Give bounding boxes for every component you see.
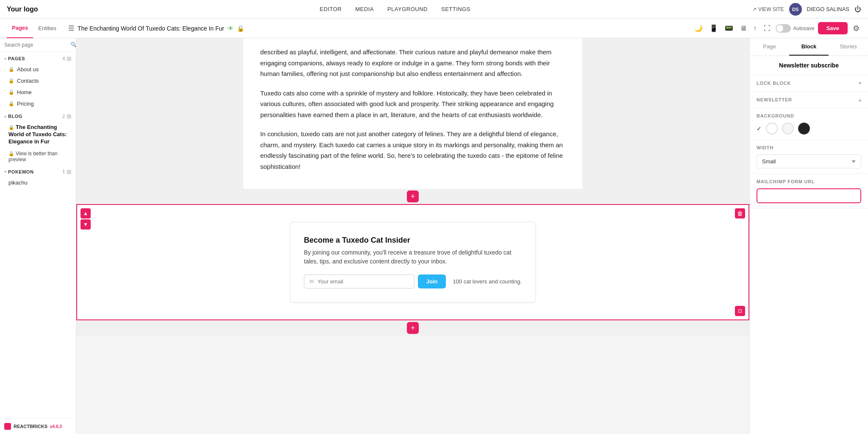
mailchimp-label: MAILCHIMP FORM URL (757, 179, 861, 184)
page-canvas: described as playful, intelligent, and a… (76, 38, 749, 336)
content-scroll-area: described as playful, intelligent, and a… (76, 38, 749, 434)
lock-icon[interactable]: 🔒 (237, 25, 244, 32)
brand-footer: REACTBRICKS v4.0.3 (0, 418, 76, 434)
bg-check-icon: ✓ (757, 125, 762, 132)
nav-editor[interactable]: EDITOR (320, 6, 342, 12)
lock-block-label: LOCK BLOCK (757, 81, 791, 86)
tab-page[interactable]: Page (750, 38, 789, 56)
toolbar-right: 🌙 📱 📟 🖥 ↑ ⛶ Autosave Save ⚙ (693, 22, 861, 35)
mailchimp-section: MAILCHIMP FORM URL (750, 174, 868, 209)
sidebar-item-tuxedo-blog[interactable]: 🔒 The Enchanting World of Tuxedo Cats: E… (0, 121, 76, 148)
bg-swatch-white[interactable] (766, 123, 778, 134)
sidebar-item-contacts[interactable]: 🔒 Contacts (0, 75, 76, 87)
sidebar-item-pricing[interactable]: 🔒 Pricing (0, 98, 76, 109)
external-link-icon: ↗ (752, 6, 757, 12)
block-options-button[interactable]: ⊡ (735, 306, 745, 316)
second-row: Pages Entities ☰ The Enchanting World Of… (0, 19, 868, 38)
desktop-icon[interactable]: 🖥 (738, 23, 748, 34)
brand-name: REACTBRICKS (14, 424, 47, 429)
newsletter-chevron: ▴ (859, 97, 861, 103)
move-up-button[interactable]: ▲ (81, 208, 91, 218)
add-block-above: + (76, 189, 749, 204)
eye-icon[interactable]: 👁 (228, 25, 234, 32)
width-select[interactable]: Small Medium Large Full (757, 154, 861, 168)
page-title-area: ☰ The Enchanting World Of Tuxedo Cats: E… (68, 24, 693, 32)
tab-stories[interactable]: Stories (829, 38, 868, 56)
sidebar-item-label: Contacts (17, 78, 39, 84)
newsletter-block[interactable]: ▲ ▼ 🗑 Become a Tuxedo Cat Insider By joi… (76, 204, 749, 320)
background-options: ✓ (757, 123, 861, 134)
search-input[interactable] (4, 42, 68, 48)
hamburger-icon[interactable]: ☰ (68, 24, 74, 32)
newsletter-title: Become a Tuxedo Cat Insider (304, 236, 522, 245)
page-title: The Enchanting World Of Tuxedo Cats: Ele… (78, 25, 224, 32)
move-down-button[interactable]: ▼ (81, 219, 91, 230)
pokemon-section-header[interactable]: ▾ POKEMON 1 ⊞ (0, 165, 76, 177)
add-blog-icon[interactable]: ⊞ (67, 113, 72, 120)
settings-gear-icon[interactable]: ⚙ (851, 22, 861, 35)
email-input[interactable] (317, 278, 409, 285)
pages-section-header[interactable]: ▾ PAGES 4 ⊞ (0, 52, 76, 64)
lock-block-section[interactable]: LOCK BLOCK ▾ (750, 75, 868, 92)
join-button[interactable]: Join (418, 274, 446, 288)
bg-swatch-light[interactable] (782, 123, 794, 134)
left-sidebar: 🔍 ▾ PAGES 4 ⊞ 🔒 About us 🔒 Contacts 🔒 Ho… (0, 38, 76, 434)
page-text-content: described as playful, intelligent, and a… (243, 38, 582, 189)
sidebar-item-label: Home (17, 89, 32, 95)
top-nav: Your logo EDITOR MEDIA PLAYGROUND SETTIN… (0, 0, 868, 19)
add-pokemon-icon[interactable]: ⊞ (67, 168, 72, 175)
subscriber-count: 100 cat lovers and counting. (453, 278, 522, 285)
dark-mode-icon[interactable]: 🌙 (693, 22, 704, 34)
width-label: WIDTH (757, 145, 861, 150)
nav-right: ↗ VIEW SITE DS DIEGO SALINAS ⏻ (752, 3, 861, 16)
width-section: WIDTH Small Medium Large Full (750, 140, 868, 174)
mobile-icon[interactable]: 📱 (708, 22, 720, 34)
sidebar-item-about-us[interactable]: 🔒 About us (0, 64, 76, 75)
main-area: 🔍 ▾ PAGES 4 ⊞ 🔒 About us 🔒 Contacts 🔒 Ho… (0, 38, 868, 434)
nav-media[interactable]: MEDIA (355, 6, 374, 12)
newsletter-block-inner: Become a Tuxedo Cat Insider By joining o… (77, 205, 748, 319)
sidebar-item-home[interactable]: 🔒 Home (0, 87, 76, 98)
block-panel-title: Newsletter subscribe (750, 56, 868, 75)
tab-entities[interactable]: Entities (33, 19, 61, 38)
email-icon: ✉ (309, 278, 314, 285)
lock-icon-home: 🔒 (8, 90, 14, 95)
lock-icon-contacts: 🔒 (8, 78, 14, 84)
share-icon[interactable]: ↑ (752, 23, 759, 34)
bg-swatch-dark[interactable] (798, 123, 810, 134)
lock-icon-about: 🔒 (8, 67, 14, 72)
tab-block[interactable]: Block (789, 38, 829, 56)
tab-pages[interactable]: Pages (7, 19, 33, 38)
lock-icon-blog1: 🔒 (8, 125, 16, 130)
sidebar-item-pikachu[interactable]: pikachu (0, 177, 76, 188)
lock-icon-pricing: 🔒 (8, 101, 14, 106)
delete-block-button[interactable]: 🗑 (735, 208, 745, 218)
background-section: BACKGROUND ✓ (750, 108, 868, 140)
nav-settings[interactable]: SETTINGS (441, 6, 470, 12)
save-button[interactable]: Save (818, 22, 848, 34)
power-icon[interactable]: ⏻ (854, 6, 861, 13)
brand-logo-icon (4, 423, 11, 430)
nav-playground[interactable]: PLAYGROUND (387, 6, 428, 12)
newsletter-card: Become a Tuxedo Cat Insider By joining o… (290, 222, 536, 302)
add-page-icon[interactable]: ⊞ (67, 55, 72, 62)
fullscreen-icon[interactable]: ⛶ (762, 23, 772, 34)
lock-icon-blog2: 🔒 (8, 151, 16, 156)
newsletter-description: By joining our community, you'll receive… (304, 248, 522, 266)
avatar[interactable]: DS (789, 3, 802, 16)
paragraph-2: Tuxedo cats also come with a sprinkle of… (260, 88, 565, 120)
add-block-above-button[interactable]: + (407, 190, 419, 202)
blog-section-header[interactable]: ▾ BLOG 2 ⊞ (0, 109, 76, 121)
mailchimp-url-input[interactable] (757, 188, 861, 203)
newsletter-section[interactable]: NEWSLETTER ▴ (750, 92, 868, 108)
view-site-link[interactable]: ↗ VIEW SITE (752, 6, 784, 12)
add-block-below-button[interactable]: + (407, 322, 419, 334)
pages-chevron-icon: ▾ (4, 56, 6, 61)
block-move-controls: ▲ ▼ (81, 208, 91, 230)
sidebar-item-view-better[interactable]: 🔒 View is better than preview (0, 148, 76, 165)
autosave-switch[interactable] (776, 24, 791, 33)
logo: Your logo (7, 6, 38, 13)
tablet-icon[interactable]: 📟 (723, 22, 735, 34)
search-box: 🔍 (0, 38, 76, 52)
add-block-below: + (76, 320, 749, 336)
